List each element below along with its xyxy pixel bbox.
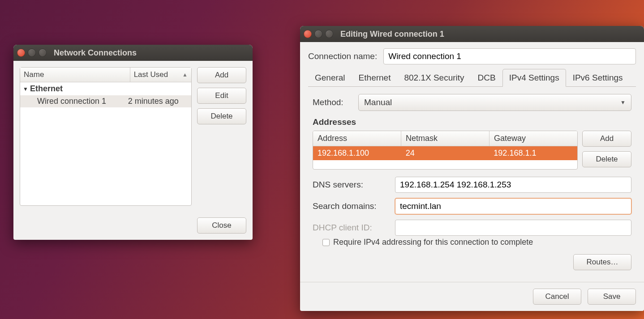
column-header-gateway[interactable]: Gateway: [489, 131, 577, 146]
titlebar[interactable]: Editing Wired connection 1: [300, 26, 644, 42]
connection-item-last-used: 2 minutes ago: [128, 97, 189, 106]
chevron-down-icon: ▼: [23, 86, 28, 92]
minimize-icon[interactable]: [314, 30, 322, 38]
cell-netmask: 24: [401, 146, 489, 160]
maximize-icon[interactable]: [325, 30, 333, 38]
editing-connection-window: Editing Wired connection 1 Connection na…: [300, 26, 644, 311]
cell-gateway: 192.168.1.1: [489, 146, 577, 160]
close-icon[interactable]: [304, 30, 312, 38]
search-domains-input[interactable]: [395, 198, 631, 214]
method-value: Manual: [364, 98, 392, 107]
connection-name-input[interactable]: [383, 48, 636, 64]
tab-8021x-security[interactable]: 802.1X Security: [397, 69, 471, 87]
address-row[interactable]: 192.168.1.100 24 192.168.1.1: [313, 146, 577, 160]
close-button[interactable]: Close: [197, 217, 246, 234]
delete-button[interactable]: Delete: [197, 108, 246, 124]
add-button[interactable]: Add: [197, 67, 246, 83]
tab-ipv4-settings[interactable]: IPv4 Settings: [502, 69, 566, 87]
titlebar[interactable]: Network Connections: [13, 45, 253, 61]
address-empty-row[interactable]: [313, 160, 577, 169]
cell-address: 192.168.1.100: [313, 146, 401, 160]
window-title: Network Connections: [54, 48, 137, 58]
column-header-name[interactable]: Name: [20, 68, 130, 82]
tab-general[interactable]: General: [308, 69, 352, 87]
tab-dcb[interactable]: DCB: [471, 69, 502, 87]
connection-item[interactable]: Wired connection 1 2 minutes ago: [20, 95, 191, 107]
require-ipv4-checkbox[interactable]: [322, 239, 330, 246]
method-select[interactable]: Manual ▼: [358, 94, 631, 111]
edit-button[interactable]: Edit: [197, 88, 246, 104]
connection-group-ethernet[interactable]: ▼ Ethernet: [20, 82, 191, 95]
tab-ipv6-settings[interactable]: IPv6 Settings: [566, 69, 630, 87]
cancel-button[interactable]: Cancel: [533, 289, 581, 305]
minimize-icon[interactable]: [28, 49, 36, 57]
dns-servers-label: DNS servers:: [313, 180, 389, 190]
column-header-netmask[interactable]: Netmask: [401, 131, 489, 146]
network-connections-window: Network Connections Name Last Used ▲ ▼ E…: [13, 45, 253, 240]
connections-tree[interactable]: Name Last Used ▲ ▼ Ethernet Wired connec…: [20, 67, 192, 206]
dhcp-client-id-input[interactable]: [395, 220, 631, 236]
connection-item-name: Wired connection 1: [37, 97, 128, 106]
require-ipv4-label: Require IPv4 addressing for this connect…: [333, 238, 533, 247]
address-delete-button[interactable]: Delete: [582, 151, 631, 167]
close-icon[interactable]: [17, 49, 25, 57]
tab-ethernet[interactable]: Ethernet: [352, 69, 398, 87]
column-header-last-used[interactable]: Last Used ▲: [130, 68, 191, 82]
settings-tabs: General Ethernet 802.1X Security DCB IPv…: [308, 69, 636, 87]
search-domains-label: Search domains:: [313, 201, 389, 211]
window-title: Editing Wired connection 1: [340, 30, 444, 39]
chevron-down-icon: ▼: [620, 99, 626, 106]
dns-servers-input[interactable]: [395, 177, 631, 193]
addresses-table[interactable]: Address Netmask Gateway 192.168.1.100 24…: [313, 131, 578, 170]
routes-button[interactable]: Routes…: [573, 254, 631, 270]
dhcp-client-id-label: DHCP client ID:: [313, 223, 389, 233]
connection-name-label: Connection name:: [308, 51, 377, 61]
save-button[interactable]: Save: [588, 289, 636, 305]
column-header-address[interactable]: Address: [313, 131, 401, 146]
method-label: Method:: [313, 98, 352, 107]
sort-ascending-icon: ▲: [182, 72, 188, 78]
addresses-label: Addresses: [313, 117, 631, 127]
address-add-button[interactable]: Add: [582, 131, 631, 147]
maximize-icon[interactable]: [39, 49, 47, 57]
